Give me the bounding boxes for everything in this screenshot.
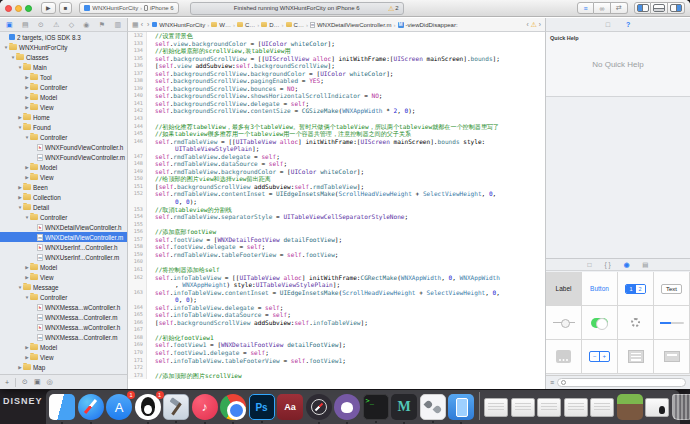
object-library-tab[interactable]: ◉ xyxy=(624,261,630,269)
breadcrumb-item[interactable]: mWNXDetailViewController.m xyxy=(310,22,392,28)
standard-editor-button[interactable]: ≡ xyxy=(577,2,594,14)
source-editor[interactable]: 132//设置背景色133self.view.backgroundColor =… xyxy=(128,32,545,389)
tree-item-model[interactable]: ▶Model xyxy=(0,342,127,352)
code-snippet-library-tab[interactable]: { } xyxy=(604,261,610,268)
library-item-page-control[interactable] xyxy=(546,340,582,374)
library-item-table-view-cell[interactable] xyxy=(654,340,690,374)
dock-icon-github[interactable] xyxy=(334,394,360,420)
run-button[interactable]: ▶ xyxy=(41,2,56,14)
test-navigator-icon[interactable]: ◇ xyxy=(69,21,74,29)
breadcrumb-item[interactable]: WNXHuntForCity xyxy=(152,22,205,28)
scm-status-icon[interactable]: ▣ xyxy=(34,378,41,386)
search-navigator-icon[interactable]: ⊙ xyxy=(38,21,44,29)
tree-item-tool[interactable]: ▶Tool xyxy=(0,72,127,82)
related-items-icon[interactable]: ▦ xyxy=(132,21,139,29)
tree-item-been[interactable]: ▶Been xyxy=(0,182,127,192)
library-item-text-field[interactable]: Text xyxy=(654,272,690,306)
next-issue-icon[interactable]: › xyxy=(539,21,541,28)
dock-icon-finder[interactable] xyxy=(49,394,75,420)
dock-icon-safari[interactable] xyxy=(78,394,104,420)
tree-item-message[interactable]: ▼Message xyxy=(0,282,127,292)
tree-item-wnxmessa-controller-m[interactable]: mWNXMessa...Controller.m xyxy=(0,332,127,342)
dock-icon-window-thumb[interactable] xyxy=(511,398,535,417)
library-item-button[interactable]: Button xyxy=(582,272,618,306)
dock-icon-trash[interactable] xyxy=(672,394,690,420)
dock-icon-qq[interactable]: 1 xyxy=(135,394,161,420)
breadcrumb-item[interactable]: C… xyxy=(237,22,255,28)
stop-button[interactable]: ■ xyxy=(59,2,73,14)
dock-icon-itunes[interactable]: ♪ xyxy=(192,394,218,420)
file-inspector-tab[interactable]: □ xyxy=(606,21,610,28)
minimize-window-button[interactable] xyxy=(15,5,22,12)
report-navigator-icon[interactable]: ▥ xyxy=(114,21,121,29)
previous-issue-icon[interactable]: ‹ xyxy=(526,21,528,28)
library-item-stepper[interactable]: −+ xyxy=(582,340,618,374)
tree-item-controller[interactable]: ▶Controller xyxy=(0,82,127,92)
quick-help-inspector-tab[interactable]: ? xyxy=(626,21,630,28)
tree-item-project[interactable]: 2 targets, iOS SDK 8.3 xyxy=(0,32,127,42)
toggle-debug-area-button[interactable] xyxy=(651,2,668,14)
version-editor-button[interactable]: ⇄ xyxy=(611,2,628,14)
library-item-progress-view[interactable] xyxy=(654,306,690,340)
tree-item-wnxdetailviewcontroller-m[interactable]: mWNXDetailViewController.m xyxy=(0,232,127,242)
close-window-button[interactable] xyxy=(5,5,12,12)
dock-icon-photoshop[interactable]: Ps xyxy=(249,394,275,420)
scheme-selector[interactable]: WNXHuntForCity › iPhone 6 xyxy=(79,2,178,14)
dock-icon-dictionary[interactable]: Aa xyxy=(277,394,303,420)
tree-item-wnxuserinf-controller-h[interactable]: hWNXUserInf...Controller.h xyxy=(0,242,127,252)
library-view-toggle-icon[interactable]: ≡ xyxy=(550,379,554,386)
tree-item-view[interactable]: ▶View xyxy=(0,272,127,282)
tree-item-detail[interactable]: ▼Detail xyxy=(0,202,127,212)
tree-item-model[interactable]: ▶Model xyxy=(0,92,127,102)
library-search-field[interactable] xyxy=(557,378,686,387)
dock-icon-appstore[interactable]: A1 xyxy=(106,394,132,420)
tree-item-wnxuserinf-controller-m[interactable]: mWNXUserInf...Controller.m xyxy=(0,252,127,262)
tree-item-view[interactable]: ▶View xyxy=(0,352,127,362)
tree-item-controller[interactable]: ▼Controller xyxy=(0,132,127,142)
dock-icon-sketch[interactable] xyxy=(306,394,332,420)
zoom-window-button[interactable] xyxy=(25,5,32,12)
dock-icon-terminal[interactable]: >_ xyxy=(363,394,389,420)
recent-files-icon[interactable]: ⊙ xyxy=(22,378,28,386)
library-item-table-view[interactable] xyxy=(618,340,654,374)
dock-icon-window-thumb[interactable] xyxy=(537,398,561,417)
add-icon[interactable]: + xyxy=(5,379,9,386)
debug-navigator-icon[interactable]: ◉ xyxy=(83,21,89,29)
dock-icon-itools[interactable] xyxy=(448,394,474,420)
breadcrumb-item[interactable]: C… xyxy=(286,22,304,28)
tree-item-main[interactable]: ▼Main xyxy=(0,62,127,72)
toggle-utilities-button[interactable] xyxy=(668,2,685,14)
tree-item-home[interactable]: ▶Home xyxy=(0,112,127,122)
tree-item-found[interactable]: ▼Found xyxy=(0,122,127,132)
tree-item-view[interactable]: ▶View xyxy=(0,172,127,182)
dock-icon-xcode[interactable] xyxy=(163,394,189,420)
status-warnings[interactable]: ⚠ 2 xyxy=(388,3,399,14)
breadcrumb-item[interactable]: M-viewDidDisappear: xyxy=(398,22,458,28)
tree-item-wnxmessa-controller-m[interactable]: mWNXMessa...Controller.m xyxy=(0,312,127,322)
dock-icon-minecraft[interactable] xyxy=(617,394,643,420)
project-navigator-icon[interactable]: ▣ xyxy=(6,21,13,29)
project-navigator[interactable]: 2 targets, iOS SDK 8.3▼WNXHuntForCity▼Cl… xyxy=(0,32,128,374)
tree-item-wnxfoundviewcontroller-m[interactable]: mWNXFoundViewController.m xyxy=(0,152,127,162)
tree-item-classes[interactable]: ▼Classes xyxy=(0,52,127,62)
breakpoint-navigator-icon[interactable]: ⚑ xyxy=(99,21,105,29)
library-item-label[interactable]: Label xyxy=(546,272,582,306)
dock-icon-pins[interactable] xyxy=(420,394,446,420)
dock-icon-mou[interactable]: M xyxy=(391,394,417,420)
symbol-navigator-icon[interactable]: ▤ xyxy=(22,21,29,29)
tree-item-wnxmessa-wcontroller-h[interactable]: hWNXMessa...wController.h xyxy=(0,322,127,332)
dock-icon-chrome[interactable] xyxy=(220,394,246,420)
tree-item-collection[interactable]: ▶Collection xyxy=(0,192,127,202)
breadcrumb-item[interactable]: W… xyxy=(211,22,231,28)
tree-item-wnxhuntforcity[interactable]: ▼WNXHuntForCity xyxy=(0,42,127,52)
tree-item-wnxfoundviewcontroller-h[interactable]: hWNXFoundViewController.h xyxy=(0,142,127,152)
tree-item-wnxdetailviewcontroller-h[interactable]: hWNXDetailViewController.h xyxy=(0,222,127,232)
library-item-switch[interactable] xyxy=(582,306,618,340)
library-item-segmented-control[interactable]: 12 xyxy=(618,272,654,306)
library-item-slider[interactable] xyxy=(546,306,582,340)
tree-item-view[interactable]: ▶View xyxy=(0,102,127,112)
library-item-activity-indicator[interactable] xyxy=(618,306,654,340)
tree-item-controller[interactable]: ▼Controller xyxy=(0,292,127,302)
media-library-tab[interactable]: ▤ xyxy=(642,261,648,269)
tree-item-model[interactable]: ▶Model xyxy=(0,162,127,172)
